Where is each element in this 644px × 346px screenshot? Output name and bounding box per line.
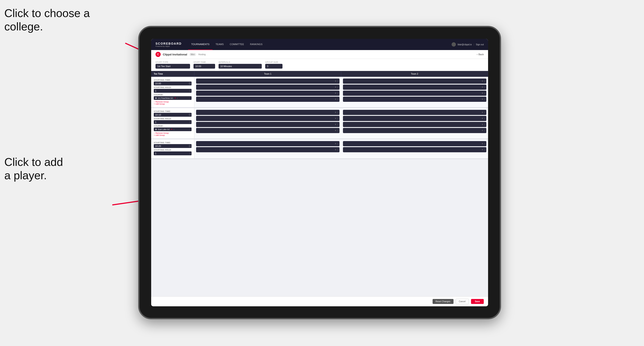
player-slot-x-icon[interactable]: ✕	[335, 86, 336, 88]
player-slot-t2-2-0[interactable]: ✕ ↕	[343, 141, 486, 146]
nav-link-teams[interactable]: TEAMS	[212, 39, 227, 50]
nav-logo: SCOREBOARD Powered by clippd	[156, 42, 182, 47]
group-row-1: STARTING TIME: 10:10 ⓘ STARTING HOLE: 1 …	[151, 108, 488, 139]
group-left-2: STARTING TIME: 10:20 ⓘ STARTING HOLE: 1 …	[151, 139, 194, 158]
annotation-player: Click to adda player.	[4, 155, 63, 182]
table-header: Tee Time Team 1 Team 2	[151, 71, 488, 77]
player-slot-t1-2-0[interactable]: ✕ ↕	[196, 141, 340, 146]
group-size-label: Group Size	[265, 61, 282, 63]
player-slot-t1-1-extra-1[interactable]: ✕ ↕	[196, 122, 340, 127]
course-label-0: COURSE:	[154, 94, 192, 96]
player-slot-t1-0-extra-1[interactable]: ✕ ↕	[196, 91, 340, 96]
tablet-frame: SCOREBOARD Powered by clippd TOURNAMENTS…	[138, 26, 501, 319]
player-slot-t1-1-0[interactable]: ✕ ↕	[196, 110, 340, 115]
player-slot-t1-1-extra-2[interactable]: ✕ ↕	[196, 128, 340, 133]
add-group-1[interactable]: + Add Group	[154, 134, 192, 136]
form-group-start-type: Start Type 1st Tee Start	[156, 61, 190, 69]
nav-user: blair@clippd.io | Sign out	[452, 42, 484, 47]
nav-logo-sub: Powered by clippd	[156, 45, 182, 47]
nav-user-avatar	[452, 42, 456, 47]
group-team2-2: ✕ ↕ ✕ ↕	[341, 139, 488, 158]
annotation-college: Click to choose acollege.	[4, 6, 90, 33]
sub-title: Clippd Invitational	[163, 53, 187, 56]
nav-sign-out[interactable]: Sign out	[476, 43, 484, 46]
player-slot-t1-0-1[interactable]: ✕ ↕	[196, 85, 340, 90]
course-tag-arrows-0: ↕	[177, 97, 178, 99]
start-time-input[interactable]	[194, 64, 215, 69]
player-slot-t2-1-extra-2[interactable]: ✕ ↕	[343, 128, 486, 133]
course-name-1: East Lake GC	[158, 128, 170, 131]
course-tag-remove-0[interactable]: ✕	[174, 97, 176, 99]
remove-group-0[interactable]: ○ Remove Group	[154, 101, 192, 103]
group-team2-1: ✕ ↕ ✕ ↕ ✕ ↕ ✕ ↕	[341, 108, 488, 139]
player-slot-t2-0-extra-1[interactable]: ✕ ↕	[343, 91, 486, 96]
player-slot-arr-icon: ↕	[337, 98, 338, 100]
group-team1-2: ✕ ↕ ✕ ↕	[194, 139, 341, 158]
starting-hole-0: 1 ↕	[154, 89, 192, 93]
player-slot-x-icon[interactable]: ✕	[335, 98, 336, 100]
add-group-0[interactable]: + Add Group	[154, 103, 192, 105]
nav-link-committee[interactable]: COMMITTEE	[227, 39, 247, 50]
course-tag-1: 🏛 East Lake GC ✕ ↕	[154, 128, 192, 131]
player-slot-t2-1-0[interactable]: ✕ ↕	[343, 110, 486, 115]
player-slot-t1-0-0[interactable]: ✕ ↕	[196, 79, 340, 84]
course-tag-0: 🏛 (A) Peachtree GC ✕ ↕	[154, 96, 192, 100]
nav-link-rankings[interactable]: RANKINGS	[247, 39, 266, 50]
player-slot-t2-0-0[interactable]: ✕ ↕	[343, 79, 486, 84]
sub-hosting: Hosting	[198, 53, 206, 56]
player-slot-t2-0-extra-2[interactable]: ✕ ↕	[343, 97, 486, 102]
group-team1-0: ✕ ↕ ✕ ↕ ✕ ↕ ✕ ↕	[194, 77, 341, 107]
group-left-0: STARTING TIME: 10:00 ⓘ STARTING HOLE: 1 …	[151, 77, 194, 107]
form-group-start-time: Start Time	[194, 61, 215, 69]
player-slot-x-icon[interactable]: ✕	[335, 92, 336, 94]
form-row: Start Type 1st Tee Start Start Time Inte…	[151, 59, 488, 71]
intervals-label: Intervals	[218, 61, 262, 63]
player-slot-x-icon[interactable]: ✕	[335, 80, 336, 82]
col-team2: Team 2	[341, 71, 488, 77]
player-slot-t1-0-extra-2[interactable]: ✕ ↕	[196, 97, 340, 102]
nav-links: TOURNAMENTS TEAMS COMMITTEE RANKINGS	[188, 39, 452, 50]
back-button[interactable]: ‹ Back	[477, 53, 484, 56]
save-button[interactable]: Save	[471, 299, 484, 304]
player-slot-t2-1-extra-1[interactable]: ✕ ↕	[343, 122, 486, 127]
sub-header-left: C Clippd Invitational Men Hosting	[156, 52, 206, 57]
course-name-0: (A) Peachtree GC	[158, 97, 174, 99]
form-group-group-size: Group Size 3	[265, 61, 282, 69]
remove-group-1[interactable]: ○ Remove Group	[154, 132, 192, 134]
player-slot-arr-icon: ↕	[337, 86, 338, 88]
col-tee-time: Tee Time	[151, 71, 194, 77]
start-type-select[interactable]: 1st Tee Start	[156, 64, 190, 69]
intervals-select[interactable]: 10 Minutes	[218, 64, 262, 69]
sub-header: C Clippd Invitational Men Hosting ‹ Back	[151, 50, 488, 59]
group-size-select[interactable]: 3	[265, 64, 282, 69]
tablet-screen: SCOREBOARD Powered by clippd TOURNAMENTS…	[151, 39, 488, 306]
nav-link-tournaments[interactable]: TOURNAMENTS	[188, 39, 212, 50]
sub-logo: C	[156, 52, 161, 57]
group-row-2: STARTING TIME: 10:20 ⓘ STARTING HOLE: 1 …	[151, 139, 488, 159]
cancel-button[interactable]: Cancel	[456, 299, 469, 304]
sub-badge: Men	[190, 53, 196, 56]
form-group-intervals: Intervals 10 Minutes	[218, 61, 262, 69]
player-slot-arr-icon: ↕	[337, 80, 338, 82]
player-slot-t2-1-1[interactable]: ✕ ↕	[343, 116, 486, 121]
nav-logo-title: SCOREBOARD	[156, 42, 182, 45]
player-slot-t1-2-1[interactable]: ✕ ↕	[196, 147, 340, 152]
group-left-1: STARTING TIME: 10:10 ⓘ STARTING HOLE: 1 …	[151, 108, 194, 139]
data-table: Tee Time Team 1 Team 2 STARTING TIME: 10…	[151, 71, 488, 296]
start-time-label: Start Time	[194, 61, 215, 63]
starting-time-0: 10:00 ⓘ	[154, 82, 192, 85]
reset-button[interactable]: Reset Changes	[432, 299, 454, 304]
course-tag-icon-0: 🏛	[155, 97, 157, 99]
group-team2-0: ✕ ↕ ✕ ↕ ✕ ↕ ✕ ↕	[341, 77, 488, 107]
group-team1-1: ✕ ↕ ✕ ↕ ✕ ↕ ✕ ↕	[194, 108, 341, 139]
player-slot-t2-0-1[interactable]: ✕ ↕	[343, 85, 486, 90]
start-type-label: Start Type	[156, 61, 190, 63]
footer-bar: Reset Changes Cancel Save	[151, 296, 488, 306]
group-row-0: STARTING TIME: 10:00 ⓘ STARTING HOLE: 1 …	[151, 77, 488, 108]
player-slot-t1-1-1[interactable]: ✕ ↕	[196, 116, 340, 121]
player-slot-arr-icon: ↕	[337, 92, 338, 94]
player-slot-t2-2-1[interactable]: ✕ ↕	[343, 147, 486, 152]
col-team1: Team 1	[194, 71, 341, 77]
nav-bar: SCOREBOARD Powered by clippd TOURNAMENTS…	[151, 39, 488, 50]
starting-time-label-0: STARTING TIME:	[154, 79, 192, 81]
